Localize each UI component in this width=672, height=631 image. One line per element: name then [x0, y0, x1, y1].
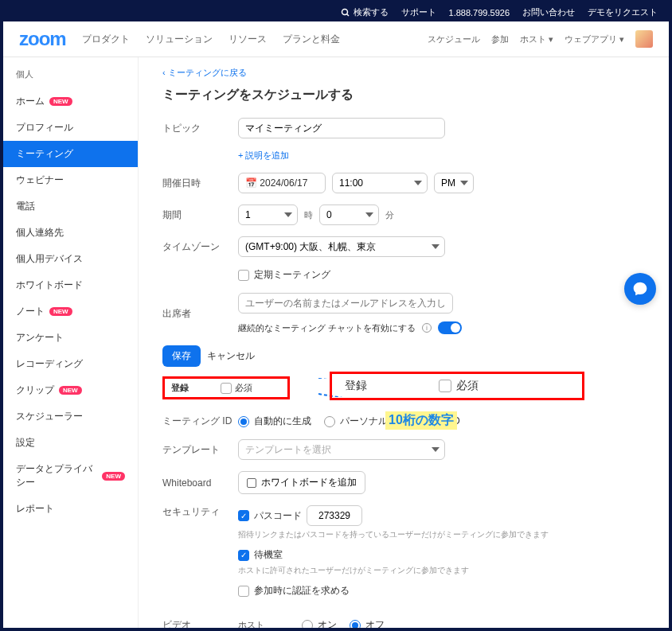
registration-box-large: 登録 必須: [330, 372, 584, 400]
waitingroom-help: ホストに許可されたユーザーだけがミーティングに参加できます: [238, 565, 645, 576]
cancel-button-top[interactable]: キャンセル: [207, 349, 255, 363]
topbar-phone: 1.888.799.5926: [449, 8, 510, 18]
sidebar-item-5[interactable]: 個人連絡先: [3, 220, 138, 246]
timezone-select[interactable]: (GMT+9:00) 大阪、札幌、東京: [238, 236, 445, 257]
registration-highlight: 登録 必須 登録 必須: [162, 376, 645, 405]
sidebar-item-11[interactable]: クリップNEW: [3, 377, 138, 403]
meetingid-label: ミーティング ID: [162, 415, 238, 428]
annotation-digits: 10桁の数字: [385, 411, 457, 430]
header: zoom プロダクト ソリューション リソース プランと料金 スケジュール 参加…: [3, 21, 669, 57]
topbar-demo[interactable]: デモをリクエスト: [588, 6, 658, 18]
whiteboard-icon: [247, 478, 256, 488]
topbar-contact[interactable]: お問い合わせ: [522, 6, 575, 18]
nav-schedule[interactable]: スケジュール: [428, 33, 480, 45]
attendees-input[interactable]: [238, 293, 453, 314]
new-badge: NEW: [102, 472, 125, 481]
passcode-help: 招待リンクまたはパスコードを持っているユーザーだけがミーティングに参加できます: [238, 529, 645, 540]
waitingroom-checkbox[interactable]: [238, 550, 249, 561]
logo[interactable]: zoom: [19, 28, 66, 50]
main-content: ‹ ミーティングに戻る ミーティングをスケジュールする トピック + 説明を追加…: [139, 57, 669, 628]
auth-checkbox[interactable]: [238, 586, 249, 597]
sidebar-item-7[interactable]: ホワイトボード: [3, 272, 138, 298]
info-icon[interactable]: i: [422, 323, 432, 333]
recurring-label: 定期ミーティング: [254, 268, 330, 282]
nav-join[interactable]: 参加: [491, 33, 509, 45]
time-select[interactable]: 11:00: [332, 173, 428, 193]
sidebar-item-10[interactable]: レコーディング: [3, 351, 138, 377]
avatar[interactable]: [635, 30, 653, 48]
svg-line-1: [346, 14, 349, 16]
sidebar-item-8[interactable]: ノートNEW: [3, 298, 138, 325]
save-button-top[interactable]: 保存: [162, 345, 201, 367]
template-select[interactable]: テンプレートを選択: [238, 439, 445, 460]
svg-point-0: [342, 9, 347, 14]
video-host-on[interactable]: [302, 620, 313, 629]
sidebar-item-6[interactable]: 個人用デバイス: [3, 246, 138, 272]
topbar-support[interactable]: サポート: [401, 6, 436, 18]
sidebar-item-0[interactable]: ホームNEW: [3, 88, 138, 115]
sidebar-item-14[interactable]: データとプライバシーNEW: [3, 456, 138, 496]
new-badge: NEW: [49, 307, 72, 316]
ampm-select[interactable]: PM: [434, 173, 474, 193]
template-label: テンプレート: [162, 443, 238, 457]
chat-icon: [632, 281, 648, 297]
register-required-checkbox-small[interactable]: [221, 383, 232, 394]
sidebar-item-12[interactable]: スケジューラー: [3, 403, 138, 430]
nav-resource[interactable]: リソース: [229, 33, 267, 46]
duration-label: 期間: [162, 208, 238, 222]
topbar-search-label: 検索する: [354, 6, 389, 18]
topbar: 検索する サポート 1.888.799.5926 お問い合わせ デモをリクエスト: [3, 3, 669, 21]
meetingid-personal-radio[interactable]: [324, 416, 335, 427]
sidebar-item-4[interactable]: 電話: [3, 193, 138, 220]
sidebar-item-1[interactable]: プロフィール: [3, 115, 138, 141]
topbar-search[interactable]: 検索する: [341, 6, 389, 18]
video-host-off[interactable]: [350, 620, 361, 629]
whiteboard-label: Whiteboard: [162, 477, 238, 489]
register-label-small: 登録: [171, 382, 189, 394]
when-label: 開催日時: [162, 177, 238, 190]
nav-plan[interactable]: プランと料金: [283, 33, 340, 46]
sidebar-item-15[interactable]: レポート: [3, 496, 138, 522]
passcode-input[interactable]: [307, 505, 362, 526]
sidebar-item-3[interactable]: ウェビナー: [3, 167, 138, 193]
video-host-label: ホスト: [238, 619, 302, 628]
register-label-large: 登録: [345, 379, 367, 393]
search-icon: [341, 8, 350, 18]
recurring-checkbox[interactable]: [238, 270, 249, 281]
back-link[interactable]: ‹ ミーティングに戻る: [162, 67, 645, 79]
nav-solution[interactable]: ソリューション: [146, 33, 213, 46]
registration-box-small: 登録 必須: [162, 376, 290, 399]
nav-webapp[interactable]: ウェブアプリ ▾: [565, 33, 624, 45]
register-required-checkbox-large[interactable]: [439, 380, 451, 392]
nav-host[interactable]: ホスト ▾: [520, 33, 553, 45]
chat-toggle[interactable]: [438, 321, 462, 334]
new-badge: NEW: [59, 386, 82, 395]
chat-label: 継続的なミーティング チャットを有効にする: [238, 322, 416, 334]
sidebar-section: 個人: [3, 65, 138, 84]
timezone-label: タイムゾーン: [162, 240, 238, 254]
sidebar-item-13[interactable]: 設定: [3, 430, 138, 456]
sidebar: 個人 ホームNEWプロフィールミーティングウェビナー電話個人連絡先個人用デバイス…: [3, 57, 139, 628]
topic-input[interactable]: [238, 118, 445, 138]
security-label: セキュリティ: [162, 505, 238, 519]
add-whiteboard-button[interactable]: ホワイトボードを追加: [238, 471, 365, 494]
duration-minutes[interactable]: 0: [319, 204, 379, 225]
calendar-icon: 📅: [245, 177, 257, 189]
topic-label: トピック: [162, 122, 238, 135]
help-chat-button[interactable]: [624, 273, 656, 305]
new-badge: NEW: [49, 97, 72, 106]
nav-right: スケジュール 参加 ホスト ▾ ウェブアプリ ▾: [428, 30, 653, 48]
video-label: ビデオ: [162, 618, 238, 628]
nav-left: プロダクト ソリューション リソース プランと料金: [82, 33, 428, 46]
passcode-checkbox[interactable]: [238, 510, 249, 521]
attendees-label: 出席者: [162, 307, 238, 321]
date-input[interactable]: 📅 2024/06/17: [238, 173, 326, 193]
meetingid-auto-radio[interactable]: [238, 416, 249, 427]
page-title: ミーティングをスケジュールする: [162, 87, 645, 103]
sidebar-item-9[interactable]: アンケート: [3, 325, 138, 351]
duration-hours[interactable]: 1: [238, 204, 298, 225]
add-description-link[interactable]: + 説明を追加: [238, 150, 289, 160]
nav-product[interactable]: プロダクト: [82, 33, 130, 46]
sidebar-item-2[interactable]: ミーティング: [3, 141, 138, 167]
